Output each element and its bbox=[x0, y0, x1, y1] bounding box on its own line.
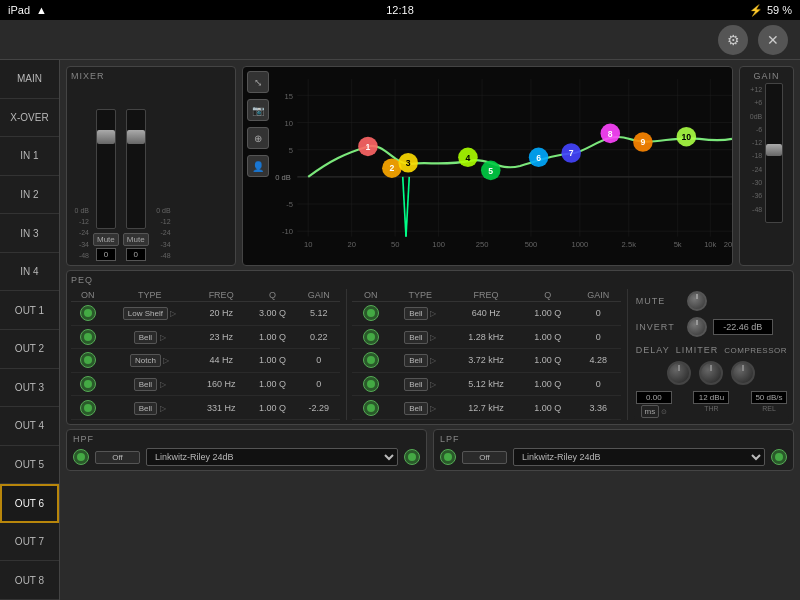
invert-knob[interactable] bbox=[687, 317, 707, 337]
fader1-handle[interactable] bbox=[97, 130, 115, 144]
cursor-button[interactable]: ⊕ bbox=[247, 127, 269, 149]
type-btn-10[interactable]: Bell bbox=[404, 402, 427, 415]
toolbar: ⚙ ✕ bbox=[0, 20, 800, 60]
sidebar-item-in3[interactable]: IN 3 bbox=[0, 214, 59, 253]
q-8: 1.00 Q bbox=[520, 349, 575, 373]
lpf-off-label[interactable]: Off bbox=[462, 451, 507, 464]
invert-label: INVERT bbox=[636, 322, 681, 332]
delay-knob-group bbox=[667, 361, 691, 385]
db-scale-right: 0 dB-12-24-34-48 bbox=[153, 205, 171, 261]
col-q-right: Q bbox=[520, 289, 575, 302]
on-indicator-10[interactable] bbox=[363, 400, 379, 416]
main-container: MAIN X-OVER IN 1 IN 2 IN 3 IN 4 OUT 1 OU… bbox=[0, 60, 800, 600]
camera-button[interactable]: 📷 bbox=[247, 99, 269, 121]
expand-button[interactable]: ⤡ bbox=[247, 71, 269, 93]
svg-text:5: 5 bbox=[289, 146, 293, 155]
person-button[interactable]: 👤 bbox=[247, 155, 269, 177]
freq-3: 44 Hz bbox=[195, 349, 247, 373]
hpf-off-label[interactable]: Off bbox=[95, 451, 140, 464]
on-indicator-5[interactable] bbox=[80, 400, 96, 416]
gain-fader-track[interactable] bbox=[765, 83, 783, 223]
sidebar-item-out1[interactable]: OUT 1 bbox=[0, 291, 59, 330]
mute-knob[interactable] bbox=[687, 291, 707, 311]
hpf-filter-select[interactable]: Linkwitz-Riley 24dB bbox=[146, 448, 398, 466]
hpf-on-indicator[interactable] bbox=[73, 449, 89, 465]
svg-text:2: 2 bbox=[389, 163, 394, 173]
on-indicator-3[interactable] bbox=[80, 352, 96, 368]
freq-1: 20 Hz bbox=[195, 302, 247, 326]
lpf-filter-select[interactable]: Linkwitz-Riley 24dB bbox=[513, 448, 765, 466]
ms-button[interactable]: ms bbox=[641, 405, 660, 418]
on-indicator-7[interactable] bbox=[363, 329, 379, 345]
type-btn-9[interactable]: Bell bbox=[404, 378, 427, 391]
sidebar-item-in2[interactable]: IN 2 bbox=[0, 176, 59, 215]
compressor-knob[interactable] bbox=[731, 361, 755, 385]
thr-label: THR bbox=[704, 405, 718, 412]
type-btn-5[interactable]: Bell bbox=[134, 402, 157, 415]
sidebar-item-out3[interactable]: OUT 3 bbox=[0, 369, 59, 408]
on-indicator-9[interactable] bbox=[363, 376, 379, 392]
table-row: Bell ▷ 23 Hz 1.00 Q 0.22 bbox=[71, 325, 340, 349]
hpf-row: Off Linkwitz-Riley 24dB bbox=[73, 448, 420, 466]
sidebar-item-out7[interactable]: OUT 7 bbox=[0, 523, 59, 562]
sidebar-item-xover[interactable]: X-OVER bbox=[0, 99, 59, 138]
fader2-handle[interactable] bbox=[127, 130, 145, 144]
close-button[interactable]: ✕ bbox=[758, 25, 788, 55]
gain-3: 0 bbox=[297, 349, 340, 373]
svg-text:-10: -10 bbox=[282, 227, 293, 236]
type-btn-2[interactable]: Bell bbox=[134, 331, 157, 344]
on-indicator-2[interactable] bbox=[80, 329, 96, 345]
freq-7: 1.28 kHz bbox=[452, 325, 521, 349]
gain-fader-handle[interactable] bbox=[766, 144, 782, 156]
sidebar-item-in4[interactable]: IN 4 bbox=[0, 253, 59, 292]
limiter-knob[interactable] bbox=[699, 361, 723, 385]
gain-8: 4.28 bbox=[575, 349, 621, 373]
battery-label: 59 % bbox=[767, 4, 792, 16]
invert-row: INVERT -22.46 dB bbox=[636, 317, 787, 337]
hpf-label: HPF bbox=[73, 434, 420, 444]
col-q-left: Q bbox=[247, 289, 297, 302]
delay-knob[interactable] bbox=[667, 361, 691, 385]
hpf-on-indicator-2[interactable] bbox=[404, 449, 420, 465]
settings-button[interactable]: ⚙ bbox=[718, 25, 748, 55]
lpf-on-indicator[interactable] bbox=[440, 449, 456, 465]
mixer-panel: MIXER 0 dB-12-24-34-48 Mute 0 bbox=[66, 66, 236, 266]
type-btn-4[interactable]: Bell bbox=[134, 378, 157, 391]
col-on-right: ON bbox=[352, 289, 388, 302]
mute1-button[interactable]: Mute bbox=[93, 233, 119, 246]
type-btn-8[interactable]: Bell bbox=[404, 354, 427, 367]
compressor-label: COMPRESSOR bbox=[724, 346, 787, 355]
lpf-on-indicator-2[interactable] bbox=[771, 449, 787, 465]
type-btn-1[interactable]: Low Shelf bbox=[123, 307, 168, 320]
freq-2: 23 Hz bbox=[195, 325, 247, 349]
sidebar-item-out8[interactable]: OUT 8 bbox=[0, 561, 59, 600]
fader2-track[interactable] bbox=[126, 109, 146, 229]
type-btn-7[interactable]: Bell bbox=[404, 331, 427, 344]
table-row: Bell ▷ 5.12 kHz 1.00 Q 0 bbox=[352, 372, 621, 396]
mute2-button[interactable]: Mute bbox=[123, 233, 149, 246]
fader2-bottom: Mute bbox=[123, 233, 149, 246]
on-indicator-4[interactable] bbox=[80, 376, 96, 392]
sidebar-item-out5[interactable]: OUT 5 bbox=[0, 446, 59, 485]
type-btn-6[interactable]: Bell bbox=[404, 307, 427, 320]
table-row: Notch ▷ 44 Hz 1.00 Q 0 bbox=[71, 349, 340, 373]
svg-text:9: 9 bbox=[640, 137, 645, 147]
fader1-track[interactable] bbox=[96, 109, 116, 229]
wifi-icon: ▲ bbox=[36, 4, 47, 16]
freq-4: 160 Hz bbox=[195, 372, 247, 396]
sidebar: MAIN X-OVER IN 1 IN 2 IN 3 IN 4 OUT 1 OU… bbox=[0, 60, 60, 600]
on-indicator-1[interactable] bbox=[80, 305, 96, 321]
hpf-lpf-section: HPF Off Linkwitz-Riley 24dB LPF bbox=[66, 429, 794, 471]
sidebar-item-main[interactable]: MAIN bbox=[0, 60, 59, 99]
sidebar-item-out2[interactable]: OUT 2 bbox=[0, 330, 59, 369]
on-indicator-6[interactable] bbox=[363, 305, 379, 321]
col-freq-left: FREQ bbox=[195, 289, 247, 302]
gain-5: -2.29 bbox=[297, 396, 340, 420]
gain-scale: +12+60dB-6-12-18-24-30-36-48 bbox=[750, 83, 783, 261]
sidebar-item-out4[interactable]: OUT 4 bbox=[0, 407, 59, 446]
type-btn-3[interactable]: Notch bbox=[130, 354, 161, 367]
sidebar-item-out6[interactable]: OUT 6 bbox=[0, 484, 59, 523]
on-indicator-8[interactable] bbox=[363, 352, 379, 368]
sidebar-item-in1[interactable]: IN 1 bbox=[0, 137, 59, 176]
right-panel: MUTE INVERT -22.46 dB DELAY LIMITER bbox=[634, 289, 789, 420]
